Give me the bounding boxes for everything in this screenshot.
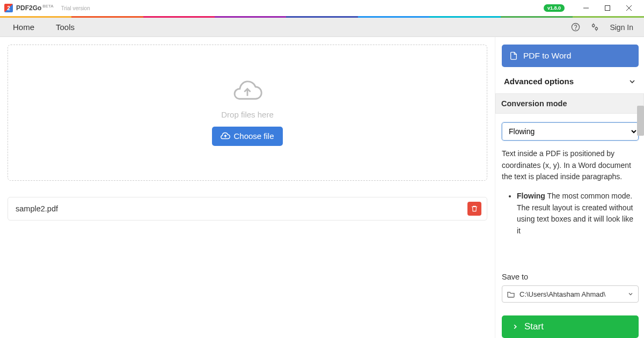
- cloud-upload-icon: [231, 80, 264, 106]
- maximize-icon: [605, 5, 610, 11]
- svg-point-5: [575, 29, 576, 30]
- save-to-select[interactable]: C:\Users\Ahtasham Ahmad\: [502, 285, 639, 303]
- conversion-mode-select[interactable]: Flowing: [502, 122, 639, 141]
- svg-rect-1: [605, 6, 610, 11]
- minimize-icon: [583, 5, 589, 11]
- choose-file-button[interactable]: Choose file: [212, 127, 282, 146]
- operation-label: PDF to Word: [523, 51, 571, 61]
- folder-icon: [507, 290, 515, 298]
- help-icon: [571, 23, 580, 32]
- beta-label: BETA: [42, 4, 53, 9]
- conversion-mode-title: Conversion mode: [495, 93, 644, 114]
- chevron-down-icon: [627, 291, 634, 297]
- advanced-options-label: Advanced options: [504, 77, 574, 86]
- delete-file-button[interactable]: [467, 202, 481, 216]
- svg-point-6: [592, 25, 594, 27]
- mode-desc-bullet-strong: Flowing: [517, 192, 545, 200]
- app-name: PDF2Go: [16, 4, 41, 12]
- svg-point-7: [595, 27, 597, 30]
- save-to-label: Save to: [502, 273, 639, 281]
- dropzone[interactable]: Drop files here Choose file: [8, 45, 487, 181]
- window-maximize-button[interactable]: [597, 0, 618, 16]
- help-button[interactable]: [570, 22, 581, 33]
- document-icon: [509, 51, 518, 61]
- left-panel: Drop files here Choose file sample2.pdf: [0, 37, 495, 338]
- file-name: sample2.pdf: [16, 204, 467, 213]
- mode-desc-intro: Text inside a PDF is positioned by coord…: [502, 148, 639, 183]
- upload-icon: [221, 131, 230, 141]
- save-to-path: C:\Users\Ahtasham Ahmad\: [519, 290, 605, 298]
- window-close-button[interactable]: [618, 0, 640, 16]
- settings-button[interactable]: [589, 22, 600, 33]
- close-icon: [626, 5, 632, 11]
- save-to-block: Save to C:\Users\Ahtasham Ahmad\: [495, 267, 644, 307]
- titlebar: 2 PDF2Go BETA Trial version v1.8.0: [0, 0, 644, 16]
- right-panel: PDF to Word Advanced options Conversion …: [495, 37, 644, 338]
- signin-link[interactable]: Sign In: [610, 23, 633, 32]
- trial-label: Trial version: [61, 5, 90, 11]
- chevron-down-icon: [628, 77, 636, 86]
- start-block: Start: [495, 307, 644, 338]
- choose-file-label: Choose file: [233, 131, 274, 141]
- operation-badge[interactable]: PDF to Word: [502, 45, 639, 67]
- mode-description: Text inside a PDF is positioned by coord…: [502, 148, 639, 240]
- chevron-right-icon: [511, 323, 519, 330]
- rainbow-divider: [0, 16, 644, 18]
- trash-icon: [471, 205, 478, 212]
- menu-tools[interactable]: Tools: [45, 23, 85, 32]
- dropzone-text: Drop files here: [221, 110, 274, 119]
- version-badge: v1.8.0: [544, 4, 565, 12]
- settings-icon: [590, 23, 599, 32]
- advanced-options-toggle[interactable]: Advanced options: [502, 67, 639, 93]
- file-row: sample2.pdf: [8, 197, 487, 221]
- start-button[interactable]: Start: [502, 315, 639, 338]
- mode-desc-bullet: Flowing The most common mode. The result…: [517, 190, 639, 237]
- start-label: Start: [524, 321, 544, 332]
- menubar: Home Tools Sign In: [0, 18, 644, 37]
- menu-home[interactable]: Home: [9, 23, 45, 32]
- app-logo-icon: 2: [4, 4, 13, 12]
- scrollbar-thumb[interactable]: [637, 106, 644, 136]
- main-body: Drop files here Choose file sample2.pdf …: [0, 37, 644, 338]
- window-minimize-button[interactable]: [575, 0, 597, 16]
